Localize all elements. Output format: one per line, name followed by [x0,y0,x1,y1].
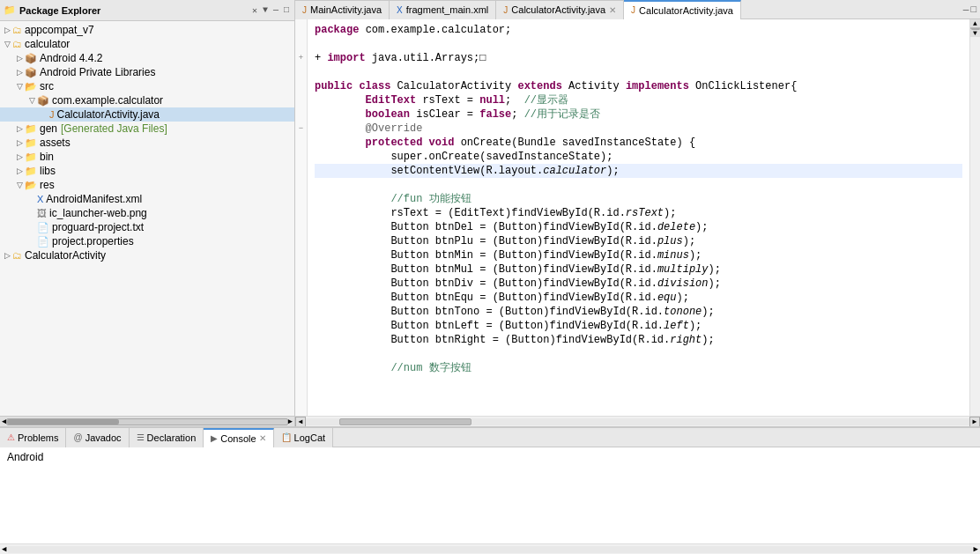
bottom-panel: ⚠ Problems @ Javadoc ☰ Declaration ▶ Con… [0,426,980,554]
tab-label: CalculatorActivity.java [639,5,733,16]
gutter-collapse-3[interactable]: + [295,51,308,65]
tree-item-package[interactable]: ▽ 📦 com.example.calculator [0,93,294,107]
sidebar-header: 📁 Package Explorer ✕ ▼ — □ [0,0,294,21]
tab-fragmentmain[interactable]: X fragment_main.xml [390,0,496,19]
code-text: Button btnPlu = (Button)findViewById(R.i… [315,234,695,248]
java-tab-icon: J [631,5,635,15]
gutter-collapse-2 [295,37,308,51]
code-text: Button btnMul = (Button)findViewById(R.i… [315,262,721,277]
sidebar-menu-icon[interactable]: ▼ [261,5,270,16]
lib-icon: 📦 [25,53,37,64]
tree-item-iclauncher[interactable]: 🖼 ic_launcher-web.png [0,206,294,220]
scroll-right-arrow[interactable]: ▶ [288,417,293,426]
scrollbar-thumb [7,419,119,425]
tree-item-gen[interactable]: ▷ 📁 gen [Generated Java Files] [0,122,294,136]
tab-close-icon[interactable]: ✕ [609,5,616,15]
editor-scrollbar-h[interactable]: ◀ ▶ [295,416,980,426]
tree-label: appcompat_v7 [25,24,94,36]
bottom-scrollbar[interactable]: ◀ ▶ [0,543,980,554]
tab-calcactivity1[interactable]: J CalculatorActivity.java ✕ [496,0,624,19]
expand-arrow: ▷ [2,251,12,260]
package-icon: 📦 [37,95,49,107]
code-line: //num 数字按钮 [315,361,962,375]
scroll-left-arrow[interactable]: ◀ [295,417,306,427]
code-content[interactable]: package com.example.calculator; + import… [308,19,969,416]
scroll-left-arrow[interactable]: ◀ [0,544,8,554]
tab-mainactivity[interactable]: J MainActivity.java [295,0,390,19]
sidebar-tree: ▷ 🗂 appcompat_v7 ▽ 🗂 calculator ▷ 📦 Andr… [0,21,294,416]
gen-label: [Generated Java Files] [61,122,167,135]
tree-item-android-private[interactable]: ▷ 📦 Android Private Libraries [0,65,294,79]
tab-javadoc[interactable]: @ Javadoc [66,428,129,447]
tree-item-androidmanifest[interactable]: X AndroidManifest.xml [0,192,294,206]
code-line [315,65,962,79]
java-tab-icon: J [503,5,508,15]
sidebar-close-icon[interactable]: ✕ [250,5,259,16]
tree-item-bin[interactable]: ▷ 📁 bin [0,150,294,164]
tree-label: com.example.calculator [52,94,163,107]
tree-item-calculatoractivity[interactable]: J CalculatorActivity.java [0,107,294,122]
tab-logcat[interactable]: 📋 LogCat [274,428,333,447]
code-text: setContentView(R.layout.calculator); [315,164,620,178]
code-text: Button btnEqu = (Button)findViewById(R.i… [315,291,689,305]
bottom-scrollbar-track [8,546,971,553]
scroll-up-arrow[interactable]: ▲ [970,19,980,28]
code-line: //fun 功能按钮 [315,192,962,206]
code-text: Button btnDel = (Button)findViewById(R.i… [315,220,709,234]
png-file-icon: 🖼 [37,208,47,218]
scroll-right-arrow[interactable]: ▶ [972,544,980,554]
scroll-right-arrow[interactable]: ▶ [969,417,980,427]
tree-label: proguard-project.txt [52,221,144,233]
code-editor: + − package com.example.calculator; [295,19,969,416]
console-output: Android [7,451,43,463]
tree-label: CalculatorActivity.java [57,108,160,121]
code-line-highlighted: setContentView(R.layout.calculator); [315,164,962,178]
gutter-space-5 [295,79,308,93]
minimize-editor-icon[interactable]: — [963,4,969,15]
code-line: protected void onCreate(Bundle savedInst… [315,136,962,150]
sidebar-scrollbar[interactable]: ◀ ▶ [0,416,294,426]
tab-label: Declaration [147,432,197,443]
code-line: Button btnDiv = (Button)findViewById(R.i… [315,277,962,291]
tab-close-icon[interactable]: ✕ [259,433,266,443]
tab-calcactivity2[interactable]: J CalculatorActivity.java [624,0,741,19]
xml-file-icon: X [37,194,43,204]
sidebar-folder-icon: 📁 [4,4,16,16]
gutter-space-4 [295,65,308,79]
code-text: Button btnTono = (Button)findViewById(R.… [315,305,715,319]
tree-item-calculator[interactable]: ▽ 🗂 calculator [0,37,294,51]
tree-item-android442[interactable]: ▷ 📦 Android 4.4.2 [0,51,294,65]
tab-label: fragment_main.xml [406,4,489,15]
tree-label: bin [40,151,54,163]
sidebar-minimize-icon[interactable]: — [271,5,280,16]
tab-declaration[interactable]: ☰ Declaration [130,428,204,447]
tree-item-assets[interactable]: ▷ 📁 assets [0,136,294,150]
javadoc-icon: @ [73,432,82,442]
tab-console[interactable]: ▶ Console ✕ [204,428,273,447]
gutter-collapse-8[interactable]: − [295,122,308,136]
logcat-icon: 📋 [281,432,292,442]
tree-item-project-properties[interactable]: 📄 project.properties [0,234,294,248]
folder-icon: 🗂 [12,25,22,35]
tree-item-res[interactable]: ▽ 📂 res [0,178,294,192]
editor-area: J MainActivity.java X fragment_main.xml … [295,0,980,426]
scrollbar-thumb-v [971,28,980,30]
code-text: super.onCreate(savedInstanceState); [315,150,612,164]
tab-problems[interactable]: ⚠ Problems [0,428,66,447]
editor-scrollbar-v[interactable]: ▲ ▼ [969,19,980,416]
tree-item-proguard[interactable]: 📄 proguard-project.txt [0,220,294,234]
tree-item-appcompat[interactable]: ▷ 🗂 appcompat_v7 [0,23,294,37]
maximize-editor-icon[interactable]: □ [970,4,976,15]
tree-label: Android Private Libraries [40,66,155,78]
tree-label: CalculatorActivity [25,249,106,262]
tree-item-calculatoractivity-root[interactable]: ▷ 🗂 CalculatorActivity [0,248,294,262]
code-text: Button btnMin = (Button)findViewById(R.i… [315,248,702,262]
sidebar-maximize-icon[interactable]: □ [282,5,291,16]
code-line [315,37,962,51]
code-line: Button btnTono = (Button)findViewById(R.… [315,305,962,319]
sidebar-title: Package Explorer [19,5,247,16]
code-text: //fun 功能按钮 [315,192,471,206]
tree-item-src[interactable]: ▽ 📂 src [0,79,294,93]
tree-item-libs[interactable]: ▷ 📁 libs [0,164,294,178]
expand-arrow: ▽ [14,82,25,91]
